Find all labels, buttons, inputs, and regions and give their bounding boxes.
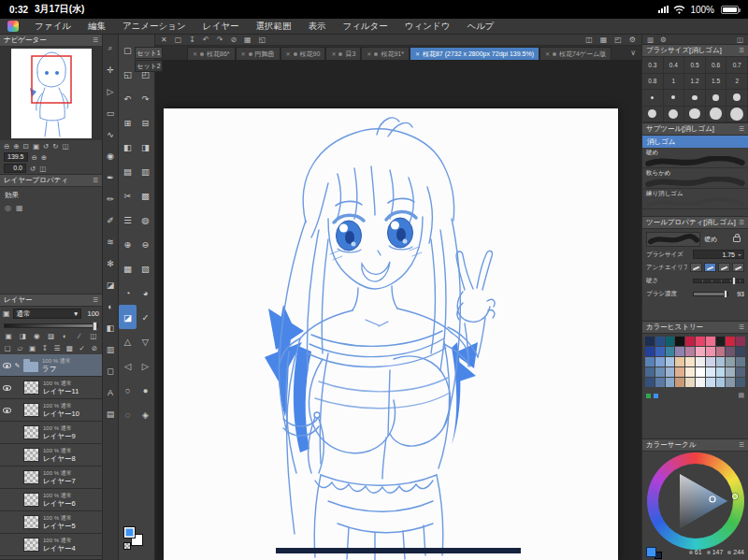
tool-palette-icon[interactable]: ◪ — [119, 305, 137, 329]
color-swatch[interactable] — [645, 337, 654, 346]
redo-icon[interactable]: ↷ — [217, 36, 223, 44]
layer-edit-mark[interactable]: ✎ — [13, 362, 22, 369]
color-swatch[interactable] — [736, 367, 745, 377]
deselect-icon[interactable]: ▦ — [244, 36, 252, 44]
menu-file[interactable]: ファイル — [26, 21, 79, 33]
layer-row[interactable]: 100 % 通常レイヤー3 — [0, 556, 102, 559]
layer-mask-icon[interactable]: ▩ — [64, 344, 75, 352]
close-icon[interactable]: ✕ — [161, 36, 167, 44]
tab-close-icon[interactable]: ✕ — [367, 50, 371, 57]
layer-row[interactable]: 100 % 通常レイヤー7 — [0, 467, 102, 489]
set-ruler-icon[interactable]: ∕ — [73, 332, 86, 340]
tool-palette-icon[interactable]: ◧ — [119, 135, 137, 159]
tool-palette-icon[interactable]: ▽ — [137, 329, 154, 353]
brush-size-0.8[interactable]: 0.8 — [642, 74, 664, 91]
tab-close-icon[interactable]: ✕ — [193, 50, 197, 57]
lock-layer-icon[interactable]: ◉ — [30, 332, 43, 340]
layer-row[interactable]: 100 % 通常レイヤー6 — [0, 489, 102, 511]
hardness-slider[interactable] — [693, 279, 744, 283]
brush-size-0.4[interactable]: 0.4 — [664, 57, 685, 74]
tool-pencil[interactable]: ✏ — [104, 188, 118, 209]
clear-icon[interactable]: ⊘ — [230, 36, 237, 44]
lock-transparent-icon[interactable]: ▨ — [44, 332, 57, 340]
tool-palette-icon[interactable]: ✓ — [137, 305, 154, 329]
color-swatch[interactable] — [696, 357, 705, 366]
color-swatch[interactable] — [685, 367, 695, 377]
color-swatch[interactable] — [706, 347, 715, 356]
panel-menu-icon[interactable]: ☰ — [739, 323, 744, 331]
brush-size-10[interactable] — [642, 107, 664, 123]
tool-palette-icon[interactable]: ▤ — [119, 159, 137, 183]
color-swatch[interactable] — [655, 378, 665, 387]
tool-palette-icon[interactable]: ▧ — [137, 256, 154, 280]
menu-window[interactable]: ウィンドウ — [396, 21, 459, 33]
layer-thumbnail[interactable] — [23, 425, 39, 439]
brush-size-0.5[interactable]: 0.5 — [684, 57, 706, 74]
tab-close-icon[interactable]: ✕ — [545, 50, 550, 57]
aa-level-0[interactable] — [690, 263, 702, 272]
color-swatch[interactable] — [666, 357, 675, 366]
color-swatch[interactable] — [706, 337, 715, 346]
tool-palette-icon[interactable]: ✂ — [119, 183, 137, 208]
tool-palette-icon[interactable]: ☰ — [119, 208, 137, 232]
color-swatch[interactable] — [655, 367, 665, 377]
tool-eraser[interactable]: ◪ — [104, 274, 118, 295]
undo-icon[interactable]: ↶ — [203, 36, 209, 44]
layer-row[interactable]: ✎100 % 通常ラフ — [0, 354, 102, 377]
color-swatch[interactable] — [666, 337, 675, 346]
tool-zoom[interactable]: ⌕ — [104, 37, 118, 59]
tool-brush[interactable]: ✐ — [104, 209, 118, 231]
brush-size-3[interactable] — [642, 90, 664, 107]
layer-opacity-slider[interactable] — [4, 323, 98, 328]
apply-mask-icon[interactable]: ✓ — [77, 344, 88, 352]
workspace-set-tab-1[interactable]: セット1 — [135, 47, 163, 59]
menu-animation[interactable]: アニメーション — [114, 21, 194, 33]
fit-to-screen-icon[interactable]: ⊡ — [23, 142, 29, 151]
workspace-settings-icon[interactable]: ⚙ — [629, 36, 636, 44]
color-swatch[interactable] — [716, 347, 726, 356]
panel-menu-icon[interactable]: ☰ — [739, 47, 744, 54]
zoom-out-icon[interactable]: ⊖ — [4, 142, 9, 151]
color-swatch[interactable] — [716, 357, 726, 366]
merge-down-icon[interactable]: ↧ — [39, 344, 50, 352]
color-swatch[interactable] — [685, 337, 695, 346]
wrench-icon[interactable]: ⚙ — [660, 36, 667, 44]
navigator-thumbnail[interactable] — [11, 49, 92, 138]
clip-to-layer-below-icon[interactable]: ◨ — [16, 332, 29, 340]
layer-row[interactable]: 100 % 通常レイヤー8 — [0, 444, 102, 467]
color-swatch[interactable] — [666, 378, 675, 387]
color-swatch[interactable] — [675, 367, 684, 377]
layer-thumbnail[interactable] — [23, 381, 39, 395]
tool-palette-icon[interactable]: ◨ — [137, 135, 154, 159]
blend-palette-icon[interactable]: ▣ — [3, 309, 10, 318]
subtool-item[interactable]: 練り消しゴム — [642, 189, 748, 209]
brush-size-input[interactable]: 1.75 — [693, 250, 744, 259]
hue-marker[interactable] — [732, 494, 738, 499]
aa-level-1[interactable] — [704, 263, 716, 272]
zoom-slider-in-icon[interactable]: ⊕ — [41, 153, 47, 162]
doc-tab[interactable]: ✕桜花91* — [361, 47, 410, 60]
recent-color-dot[interactable] — [646, 394, 651, 398]
panel-menu-icon[interactable]: ☰ — [739, 441, 744, 449]
tab-close-icon[interactable]: ✕ — [241, 50, 246, 57]
subtool-item[interactable]: 硬め — [642, 148, 748, 168]
tool-gradient[interactable]: ▥ — [104, 338, 118, 360]
workspace-set-tab-2[interactable]: セット2 — [135, 60, 163, 72]
tool-fill[interactable]: ◧ — [104, 317, 118, 338]
doc-tab[interactable]: ✕桜花86* — [187, 47, 236, 60]
tab-close-icon[interactable]: ✕ — [331, 50, 336, 57]
color-swatch[interactable] — [696, 378, 705, 387]
doc-tab[interactable]: ✕桜花74ゲーム版 — [539, 47, 611, 60]
color-swatch[interactable] — [706, 357, 715, 366]
tool-palette-icon[interactable]: ⊖ — [137, 232, 154, 256]
border-effect-icon[interactable]: ◎ — [5, 204, 11, 212]
color-swatch[interactable] — [645, 347, 654, 356]
density-slider[interactable] — [693, 292, 728, 296]
layer-thumbnail[interactable] — [23, 515, 39, 529]
rotation-value[interactable]: 0.0 — [4, 164, 26, 173]
fullscreen-icon[interactable]: ◰ — [614, 36, 622, 44]
blend-mode-select[interactable]: 通常▾ — [13, 309, 81, 319]
color-swatch[interactable] — [645, 378, 654, 387]
brush-size-5[interactable] — [684, 90, 706, 107]
brush-size-0.3[interactable]: 0.3 — [642, 57, 664, 74]
